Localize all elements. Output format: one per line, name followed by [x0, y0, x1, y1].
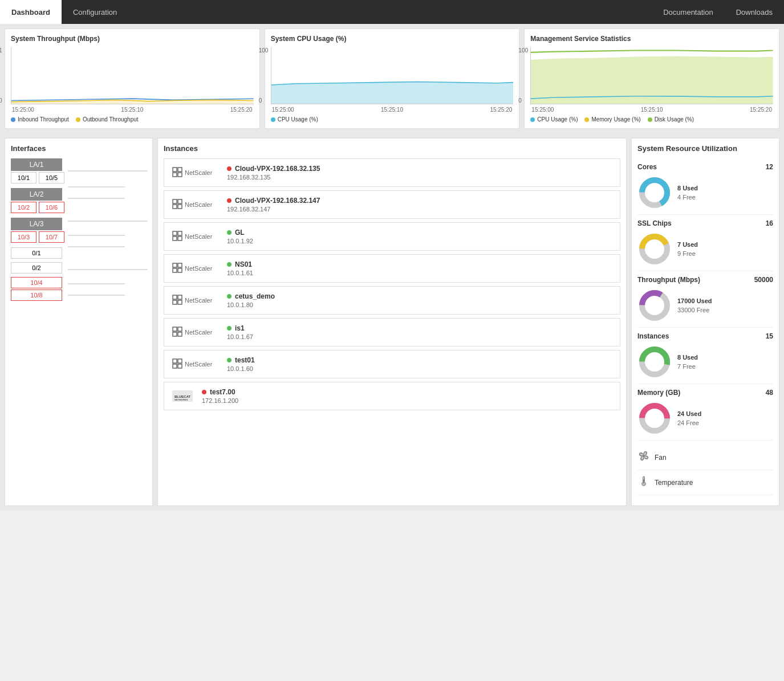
svg-rect-30	[173, 300, 177, 304]
status-dot-0	[227, 166, 231, 171]
port-10-3[interactable]: 10/3	[11, 231, 36, 243]
instance-info-0: Cloud-VPX-192.168.32.135 192.168.32.135	[227, 165, 612, 181]
svg-rect-35	[178, 332, 182, 336]
vendor-label-0: NetScaler	[172, 167, 218, 179]
resource-total-3: 15	[766, 332, 773, 340]
nav-spacer	[128, 0, 652, 24]
la3-header[interactable]: LA/3	[11, 218, 62, 230]
cpu-dot	[271, 117, 275, 122]
instance-item-6[interactable]: NetScaler test01 10.0.1.60	[164, 350, 620, 378]
svg-rect-23	[178, 236, 182, 240]
instance-name-5: is1	[227, 324, 612, 332]
svg-rect-19	[178, 205, 182, 209]
fan-temp-section: Fan Temperature	[637, 441, 773, 500]
resource-header-2: Throughput (Mbps) 50000	[637, 276, 773, 284]
port-10-1[interactable]: 10/1	[11, 172, 36, 183]
resource-body-2: 17000 Used 33000 Free	[637, 288, 773, 323]
legend-inbound: Inbound Throughput	[11, 116, 69, 123]
nav-downloads[interactable]: Downloads	[725, 0, 784, 24]
resource-label-0: Cores	[637, 163, 657, 171]
status-dot-1	[227, 198, 231, 203]
management-y-max: 100	[518, 47, 528, 54]
port-10-8[interactable]: 10/8	[11, 289, 62, 301]
resource-panel: System Resource Utilization Cores 12 8 U…	[631, 138, 779, 506]
svg-point-58	[643, 455, 645, 458]
instance-item-3[interactable]: NetScaler NS01 10.0.1.61	[164, 254, 620, 283]
la1-group: LA/1 10/1 10/5	[11, 158, 68, 183]
tab-dashboard[interactable]: Dashboard	[0, 0, 62, 24]
svg-rect-29	[178, 295, 182, 299]
instance-name-2: GL	[227, 229, 612, 236]
throughput-x-labels: 15:25:00 15:25:10 15:25:20	[11, 107, 254, 113]
port-10-7[interactable]: 10/7	[39, 231, 64, 243]
instance-ip-4: 10.0.1.80	[227, 301, 612, 308]
resource-header-3: Instances 15	[637, 332, 773, 340]
la1-ports: 10/1 10/5	[11, 172, 68, 183]
tab-configuration[interactable]: Configuration	[62, 0, 128, 24]
instance-name-6: test01	[227, 356, 612, 364]
donut-3	[637, 345, 672, 379]
temp-item: Temperature	[637, 470, 773, 495]
svg-rect-13	[178, 168, 182, 172]
svg-rect-24	[173, 263, 177, 267]
svg-rect-27	[178, 268, 182, 272]
vendor-label-6: NetScaler	[172, 358, 218, 370]
netscaler-icon-0	[172, 167, 182, 179]
status-dot-5	[227, 326, 231, 331]
svg-rect-21	[178, 231, 182, 235]
svg-rect-12	[173, 168, 177, 172]
donut-svg-4	[637, 401, 672, 435]
throughput-chart-area: 1 0	[11, 47, 254, 104]
top-nav: Dashboard Configuration Documentation Do…	[0, 0, 784, 24]
netscaler-icon-3	[172, 263, 182, 275]
resource-stats-3: 8 Used 7 Free	[677, 354, 698, 370]
resource-header-0: Cores 12	[637, 163, 773, 171]
instance-name-4: cetus_demo	[227, 292, 612, 300]
donut-2	[637, 288, 672, 323]
svg-rect-61	[643, 479, 644, 483]
vendor-label-1: NetScaler	[172, 199, 218, 211]
instance-name-1: Cloud-VPX-192.168.32.147	[227, 197, 612, 205]
stat-free-1: 9 Free	[677, 250, 698, 257]
svg-rect-15	[178, 173, 182, 177]
resource-header-4: Memory (GB) 48	[637, 389, 773, 397]
instance-item-2[interactable]: NetScaler GL 10.0.1.92	[164, 222, 620, 251]
temp-icon	[637, 475, 650, 490]
instance-ip-3: 10.0.1.61	[227, 270, 612, 276]
management-title: Management Service Statistics	[530, 35, 773, 43]
port-10-6[interactable]: 10/6	[39, 202, 64, 213]
cpu-svg	[271, 47, 514, 104]
svg-rect-16	[173, 199, 177, 203]
legend-outbound: Outbound Throughput	[76, 116, 139, 123]
port-10-2[interactable]: 10/2	[11, 202, 36, 213]
donut-svg-3	[637, 345, 672, 379]
stat-used-4: 24 Used	[677, 410, 701, 417]
port-10-4[interactable]: 10/4	[11, 277, 62, 288]
instance-item-0[interactable]: NetScaler Cloud-VPX-192.168.32.135 192.1…	[164, 158, 620, 187]
instance-item-4[interactable]: NetScaler cetus_demo 10.0.1.80	[164, 286, 620, 315]
resource-stats-1: 7 Used 9 Free	[677, 241, 698, 257]
resource-item-1: SSL Chips 16 7 Used 9 Free	[637, 215, 773, 271]
resource-item-0: Cores 12 8 Used 4 Free	[637, 158, 773, 215]
stat-free-3: 7 Free	[677, 363, 698, 370]
la1-header[interactable]: LA/1	[11, 158, 62, 171]
instance-item-7[interactable]: BLUECATNETWORKS test7.00 172.16.1.200	[164, 382, 620, 410]
status-dot-3	[227, 262, 231, 267]
cpu-y-min: 0	[259, 97, 262, 104]
instance-item-5[interactable]: NetScaler is1 10.0.1.67	[164, 318, 620, 346]
bluecat-icon: BLUECATNETWORKS	[172, 390, 193, 402]
interfaces-lines	[68, 158, 148, 445]
resource-label-4: Memory (GB)	[637, 389, 680, 397]
resource-body-1: 7 Used 9 Free	[637, 232, 773, 266]
nav-documentation[interactable]: Documentation	[652, 0, 724, 24]
svg-rect-26	[173, 268, 177, 272]
instance-item-1[interactable]: NetScaler Cloud-VPX-192.168.32.147 192.1…	[164, 190, 620, 219]
svg-rect-36	[173, 359, 177, 363]
port-10-5[interactable]: 10/5	[39, 172, 64, 183]
port-0-2[interactable]: 0/2	[11, 262, 62, 274]
port-0-1[interactable]: 0/1	[11, 247, 62, 259]
throughput-title: System Throughput (Mbps)	[11, 35, 254, 43]
resource-item-4: Memory (GB) 48 24 Used 24 Free	[637, 384, 773, 441]
la2-header[interactable]: LA/2	[11, 188, 62, 201]
main-content: Interfaces LA/1 10/1 10/5 LA/2	[0, 133, 784, 511]
